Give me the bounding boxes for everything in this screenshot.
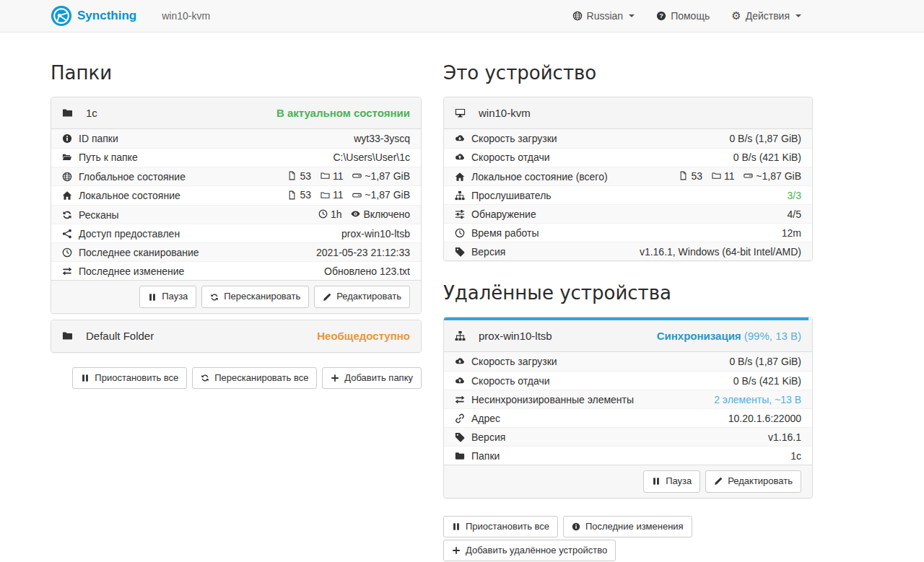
row-label: Глобальное состояние [79, 171, 186, 183]
file-icon [679, 171, 688, 180]
remote-device-details: Скорость загрузки 0 B/s (1,87 GiB) Скоро… [444, 352, 812, 465]
recent-changes-button[interactable]: Последние изменения [563, 516, 692, 537]
folder-default-header[interactable]: Default Folder Необщедоступно [51, 320, 421, 352]
this-device-details: Скорость загрузки 0 B/s (1,87 GiB) Скоро… [444, 129, 812, 261]
row-version: Версия v1.16.1, Windows (64-bit Intel/AM… [444, 242, 812, 260]
question-icon [656, 11, 666, 21]
row-value: 12m [782, 227, 801, 239]
brand-name: Syncthing [77, 9, 136, 23]
folder-1c-header[interactable]: 1c В актуальном состоянии [51, 97, 421, 129]
folder-open-icon [62, 152, 72, 162]
row-label: ID папки [79, 133, 118, 144]
row-download-rate: Скорость загрузки 0 B/s (1,87 GiB) [444, 352, 812, 371]
info-icon [62, 133, 72, 144]
row-value: 3/3 [788, 190, 801, 201]
pause-all-devices-button[interactable]: Приостановить все [443, 516, 558, 537]
syncthing-logo [51, 5, 72, 27]
row-uptime: Время работы 12m [444, 223, 812, 242]
tag-icon [455, 247, 465, 257]
folder-icon [455, 451, 465, 461]
row-value: 0 B/s (421 KiB) [733, 375, 801, 387]
navbar-device-title: win10-kvm [162, 10, 210, 22]
sitemap-icon [455, 330, 466, 341]
help-label: Помощь [671, 10, 710, 22]
row-upload-rate: Скорость отдачи 0 B/s (421 KiB) [444, 148, 812, 167]
folder-name: 1c [86, 107, 97, 119]
out-of-sync-link[interactable]: 2 элементы, ~13 B [714, 394, 801, 405]
row-download-rate: Скорость загрузки 0 B/s (1,87 GiB) [444, 129, 812, 148]
globe-icon [62, 172, 72, 182]
refresh-icon [62, 210, 72, 220]
row-label: Версия [471, 431, 505, 443]
row-global-state: Глобальное состояние 53 11 ~1,87 GiB [51, 167, 421, 186]
row-local-state: Локальное состояние 53 11 ~1,87 GiB [51, 185, 421, 205]
language-menu[interactable]: Russian [572, 10, 635, 22]
exchange-icon [62, 266, 72, 276]
pause-all-folders-button[interactable]: Приостановить все [72, 367, 187, 389]
remote-device-header[interactable]: prox-win10-ltsb Синхронизация (99%, 13 B… [444, 320, 812, 352]
hdd-icon [352, 190, 362, 200]
row-label: Доступ предоставлен [79, 228, 180, 240]
row-shared-with: Доступ предоставлен prox-win10-ltsb [51, 224, 421, 242]
device-name: prox-win10-ltsb [479, 330, 552, 342]
add-folder-button[interactable]: Добавить папку [322, 367, 422, 389]
actions-menu[interactable]: ⚙ Действия [731, 10, 801, 22]
folder-1c-details: ID папки wyt33-3yscq Путь к папке C:\Use… [51, 129, 421, 281]
folder-panel-1c: 1c В актуальном состоянии ID папки wyt33… [51, 97, 422, 314]
rescan-folder-button[interactable]: Пересканировать [201, 286, 309, 307]
row-label: Ресканы [79, 209, 119, 221]
row-label: Папки [471, 450, 500, 462]
remote-device-panel: prox-win10-ltsb Синхронизация (99%, 13 B… [443, 317, 813, 498]
edit-device-button[interactable]: Редактировать [705, 470, 801, 492]
home-icon [455, 172, 465, 182]
eye-icon [351, 209, 360, 219]
row-local-state-total: Локальное состояние (всего) 53 11 ~1,87 … [444, 167, 812, 186]
plus-icon [331, 374, 339, 382]
device-status-badge: Синхронизация (99%, 13 B) [657, 330, 801, 342]
row-address: Адрес 10.20.1.6:22000 [444, 408, 812, 427]
row-label: Скорость отдачи [471, 375, 550, 387]
row-folder-id: ID папки wyt33-3yscq [51, 129, 421, 148]
row-folder-path: Путь к папке C:\Users\User\1c [51, 148, 421, 167]
row-label: Время работы [471, 227, 539, 239]
folder-status-badge: Необщедоступно [317, 330, 410, 342]
cloud-download-icon [455, 356, 465, 366]
row-value: 10.20.1.6:22000 [728, 413, 801, 424]
row-last-change: Последнее изменение Обновлено 123.txt [51, 261, 421, 280]
row-discovery: Обнаружение 4/5 [444, 204, 812, 223]
hdd-icon [352, 171, 362, 180]
clock-icon [62, 247, 72, 258]
folder-icon [321, 171, 330, 180]
help-link[interactable]: Помощь [656, 10, 710, 22]
row-value[interactable]: 4/5 [788, 208, 801, 220]
add-remote-device-button[interactable]: Добавить удалённое устройство [443, 540, 616, 561]
row-value: 0 B/s (1,87 GiB) [729, 133, 801, 144]
pause-icon [652, 477, 661, 486]
language-label: Russian [587, 10, 624, 22]
row-folders: Папки 1c [444, 446, 812, 465]
brand-link[interactable]: Syncthing [51, 5, 136, 27]
cloud-upload-icon [455, 376, 465, 386]
sitemap-icon [455, 190, 465, 201]
folder-icon [62, 330, 73, 341]
rescan-all-folders-button[interactable]: Пересканировать все [192, 367, 317, 389]
row-label: Версия [471, 246, 505, 258]
row-upload-rate: Скорость отдачи 0 B/s (421 KiB) [444, 371, 812, 390]
pause-icon [148, 293, 157, 302]
this-device-header[interactable]: win10-kvm [444, 97, 812, 129]
clock-icon [318, 209, 328, 219]
edit-folder-button[interactable]: Редактировать [314, 286, 410, 307]
row-value: prox-win10-ltsb [341, 228, 410, 240]
this-device-panel: win10-kvm Скорость загрузки 0 B/s (1,87 … [443, 97, 813, 262]
row-label: Несинхронизированные элементы [471, 394, 634, 405]
file-icon [287, 190, 297, 200]
folder-panel-default: Default Folder Необщедоступно [51, 320, 422, 353]
plus-icon [452, 546, 461, 555]
folder-icon [321, 190, 330, 200]
refresh-icon [210, 293, 219, 302]
pause-device-button[interactable]: Пауза [643, 470, 700, 492]
file-icon [287, 171, 297, 180]
pause-folder-button[interactable]: Пауза [139, 286, 196, 307]
row-listeners: Прослушиватель 3/3 [444, 185, 812, 204]
device-name: win10-kvm [479, 107, 531, 119]
